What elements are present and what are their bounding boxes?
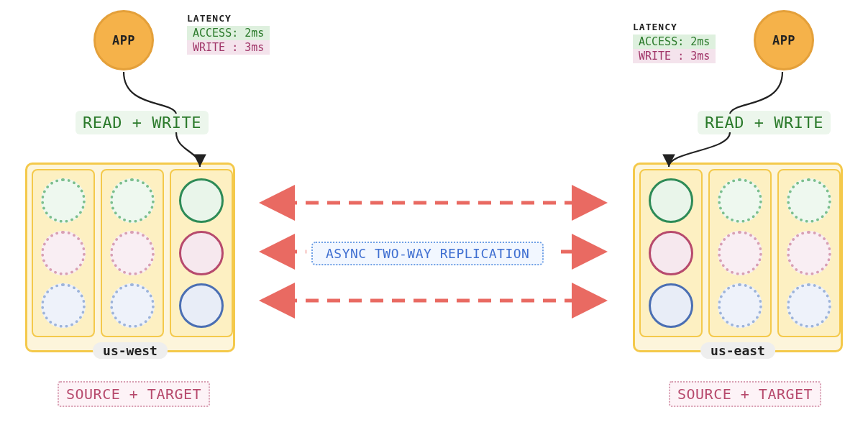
shard-node bbox=[110, 283, 155, 328]
shard-node bbox=[110, 231, 155, 275]
shard-node-primary bbox=[179, 178, 224, 223]
read-write-pill-right: READ + WRITE bbox=[698, 111, 831, 134]
app-circle-left: APP bbox=[93, 10, 154, 70]
shard-node bbox=[110, 178, 155, 223]
replication-label: ASYNC TWO-WAY REPLICATION bbox=[311, 242, 544, 265]
region-column bbox=[708, 169, 772, 337]
app-arrow-left bbox=[176, 132, 200, 167]
latency-header: LATENCY bbox=[633, 22, 716, 32]
region-right: us-east bbox=[633, 163, 843, 352]
shard-node-primary bbox=[179, 283, 224, 328]
app-arrow-left bbox=[124, 72, 176, 114]
latency-access: ACCESS: 2ms bbox=[187, 26, 270, 40]
region-left: us-west bbox=[25, 163, 235, 352]
latency-access: ACCESS: 2ms bbox=[633, 35, 716, 49]
region-column bbox=[101, 169, 164, 337]
shard-node bbox=[41, 178, 86, 223]
shard-node-primary bbox=[649, 178, 693, 223]
latency-write: WRITE : 3ms bbox=[187, 40, 270, 55]
region-column bbox=[32, 169, 95, 337]
app-label: APP bbox=[772, 33, 795, 47]
region-column-primary bbox=[639, 169, 703, 337]
app-label: APP bbox=[112, 33, 135, 47]
region-name-label: us-east bbox=[700, 342, 775, 359]
shard-node bbox=[718, 231, 762, 275]
shard-node-primary bbox=[649, 231, 693, 275]
rw-label: READ + WRITE bbox=[705, 114, 823, 132]
read-write-pill-left: READ + WRITE bbox=[76, 111, 209, 134]
region-column bbox=[777, 169, 841, 337]
rw-label: READ + WRITE bbox=[83, 114, 201, 132]
shard-node bbox=[718, 178, 762, 223]
region-name-label: us-west bbox=[93, 342, 168, 359]
shard-node-primary bbox=[649, 283, 693, 328]
shard-node bbox=[787, 178, 831, 223]
region-column-primary bbox=[170, 169, 233, 337]
app-circle-right: APP bbox=[754, 10, 814, 70]
shard-node bbox=[718, 283, 762, 328]
app-arrow-right bbox=[730, 72, 782, 114]
latency-box-right: LATENCY ACCESS: 2ms WRITE : 3ms bbox=[633, 22, 716, 63]
shard-node bbox=[41, 231, 86, 275]
shard-node bbox=[41, 283, 86, 328]
shard-node-primary bbox=[179, 231, 224, 275]
role-pill-left: SOURCE + TARGET bbox=[58, 381, 210, 407]
latency-box-left: LATENCY ACCESS: 2ms WRITE : 3ms bbox=[187, 13, 270, 55]
latency-write: WRITE : 3ms bbox=[633, 49, 716, 63]
shard-node bbox=[787, 283, 831, 328]
app-arrow-right bbox=[669, 132, 730, 167]
latency-header: LATENCY bbox=[187, 13, 270, 24]
role-pill-right: SOURCE + TARGET bbox=[669, 381, 821, 407]
shard-node bbox=[787, 231, 831, 275]
